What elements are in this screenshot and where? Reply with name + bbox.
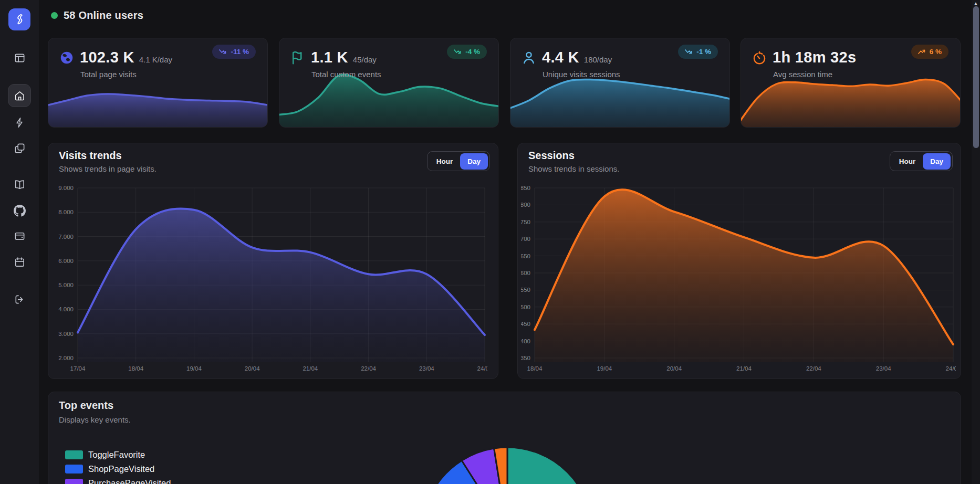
svg-text:450: 450 <box>521 321 530 327</box>
svg-text:24/04: 24/04 <box>946 365 956 372</box>
svg-text:22/04: 22/04 <box>361 365 376 372</box>
legend-swatch <box>65 465 83 474</box>
svg-text:700: 700 <box>521 236 530 242</box>
svg-text:4.000: 4.000 <box>58 306 74 312</box>
panel-title: Sessions <box>528 150 575 162</box>
svg-text:17/04: 17/04 <box>70 365 86 372</box>
svg-text:20/04: 20/04 <box>245 365 260 372</box>
svg-text:2.000: 2.000 <box>58 355 74 361</box>
trend-up-icon <box>918 48 926 55</box>
svg-text:3.000: 3.000 <box>58 331 74 337</box>
stat-value: 102.3 K <box>80 49 134 66</box>
sidebar-item-docs[interactable] <box>8 173 31 196</box>
svg-text:600: 600 <box>521 270 530 276</box>
online-status-dot <box>51 12 58 19</box>
hour-toggle-button[interactable]: Hour <box>892 153 923 170</box>
stat-card-custom-events: 1.1 K 45/day Total custom events -4 % <box>279 38 499 128</box>
stat-rate: 45/day <box>353 55 377 64</box>
day-toggle-button[interactable]: Day <box>923 153 951 170</box>
app-logo-icon[interactable] <box>8 8 30 30</box>
stat-label: Unique visits sessions <box>543 70 620 79</box>
legend-item-togglefavorite[interactable]: ToggleFavorite <box>65 450 171 460</box>
sessions-chart: 85080075070065060055050045040035018/0419… <box>521 182 956 374</box>
scroll-up-icon[interactable]: ▲ <box>972 1 980 6</box>
svg-text:18/04: 18/04 <box>128 365 143 372</box>
svg-text:650: 650 <box>521 253 530 259</box>
top-events-panel: Top events Displays key events. ToggleFa… <box>48 392 961 484</box>
svg-text:6.000: 6.000 <box>58 258 74 264</box>
day-toggle-button[interactable]: Day <box>460 153 488 170</box>
visits-trends-chart: 9.0008.0007.0006.0005.0004.0003.0002.000… <box>51 182 487 374</box>
svg-text:500: 500 <box>521 304 530 310</box>
svg-text:19/04: 19/04 <box>186 365 202 372</box>
svg-text:5.000: 5.000 <box>58 282 74 288</box>
svg-text:20/04: 20/04 <box>666 365 682 372</box>
svg-text:800: 800 <box>521 202 530 208</box>
svg-text:23/04: 23/04 <box>419 365 434 372</box>
sidebar-item-pages[interactable] <box>8 136 31 160</box>
stat-label: Avg session time <box>773 70 832 79</box>
panel-subtitle: Shows trends in sessions. <box>528 164 619 173</box>
trend-down-icon <box>454 48 462 55</box>
sessions-panel: Sessions Shows trends in sessions. Hour … <box>517 143 961 379</box>
stat-rate: 4.1 K/day <box>139 55 172 64</box>
svg-text:22/04: 22/04 <box>806 365 821 372</box>
panel-title: Visits trends <box>59 150 122 162</box>
top-events-legend: ToggleFavorite ShopPageVisited PurchaseP… <box>65 450 171 484</box>
stat-label: Total custom events <box>311 70 381 79</box>
svg-text:8.000: 8.000 <box>58 209 74 215</box>
stat-card-session-time: 1h 18m 32s Avg session time 6 % <box>741 38 961 128</box>
scrollbar[interactable]: ▲ <box>972 0 980 484</box>
trend-badge: -11 % <box>212 45 256 59</box>
trend-badge: 6 % <box>911 45 948 59</box>
sidebar-item-github[interactable] <box>8 199 31 222</box>
stat-label: Total page visits <box>80 70 137 79</box>
svg-text:400: 400 <box>521 338 530 344</box>
stat-card-unique-sessions: 4.4 K 180/day Unique visits sessions -1 … <box>510 38 730 128</box>
online-users-label: 58 Online users <box>64 9 143 22</box>
sidebar-item-dashboard[interactable] <box>8 46 31 69</box>
stat-card-page-visits: 102.3 K 4.1 K/day Total page visits -11 … <box>48 38 268 128</box>
sidebar-item-wallet[interactable] <box>8 224 31 247</box>
sidebar-item-home[interactable] <box>8 84 31 107</box>
person-icon <box>521 50 537 66</box>
hour-toggle-button[interactable]: Hour <box>429 153 461 170</box>
online-users-status: 58 Online users <box>51 9 143 22</box>
trend-badge: -1 % <box>678 45 718 59</box>
svg-text:18/04: 18/04 <box>527 365 543 372</box>
panel-subtitle: Shows trends in page visits. <box>59 164 157 173</box>
svg-text:550: 550 <box>521 287 530 293</box>
trend-badge: -4 % <box>447 45 487 59</box>
sessions-interval-toggle: Hour Day <box>890 151 953 171</box>
visits-trends-panel: Visits trends Shows trends in page visit… <box>48 143 498 379</box>
svg-text:9.000: 9.000 <box>58 185 74 191</box>
sidebar-item-events[interactable] <box>8 111 31 134</box>
stat-value: 1.1 K <box>311 49 348 66</box>
globe-icon <box>59 50 75 66</box>
flag-icon <box>290 50 306 66</box>
stat-value: 4.4 K <box>542 49 579 66</box>
svg-text:21/04: 21/04 <box>736 365 752 372</box>
visits-interval-toggle: Hour Day <box>427 151 490 171</box>
sidebar-item-calendar[interactable] <box>8 250 31 273</box>
svg-text:19/04: 19/04 <box>597 365 612 372</box>
panel-title: Top events <box>59 399 113 412</box>
legend-item-purchasepagevisited[interactable]: PurchasePageVisited <box>65 478 171 484</box>
scrollbar-thumb[interactable] <box>973 6 979 148</box>
sidebar <box>0 0 39 484</box>
legend-item-shoppagevisited[interactable]: ShopPageVisited <box>65 464 171 474</box>
stat-value: 1h 18m 32s <box>773 49 856 66</box>
svg-text:7.000: 7.000 <box>58 234 74 240</box>
trend-down-icon <box>219 48 227 55</box>
legend-swatch <box>65 450 83 459</box>
svg-text:21/04: 21/04 <box>303 365 318 372</box>
legend-swatch <box>65 479 83 484</box>
svg-text:23/04: 23/04 <box>876 365 891 372</box>
svg-text:850: 850 <box>521 185 530 191</box>
sidebar-item-logout[interactable] <box>8 288 31 311</box>
top-events-pie-chart <box>402 443 612 484</box>
panel-subtitle: Displays key events. <box>59 415 131 424</box>
svg-text:24/04: 24/04 <box>477 365 487 372</box>
svg-text:750: 750 <box>521 219 530 225</box>
timer-icon <box>752 50 767 66</box>
